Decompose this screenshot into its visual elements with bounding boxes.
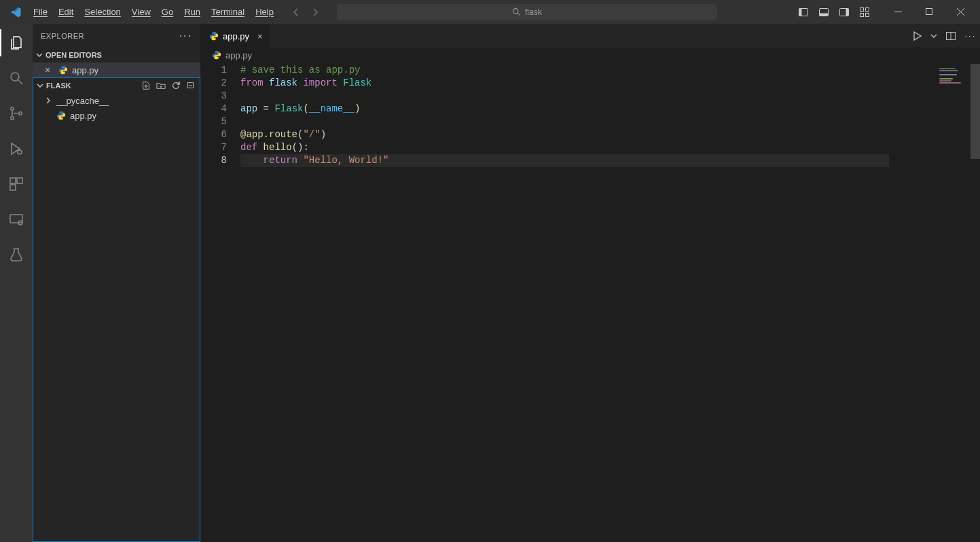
- activity-source-control[interactable]: [0, 100, 33, 127]
- tree-item-label: __pycache__: [56, 96, 109, 106]
- breadcrumbs[interactable]: app.py: [201, 48, 980, 62]
- svg-rect-7: [846, 8, 849, 16]
- new-folder-icon[interactable]: [156, 81, 166, 90]
- window-close-button[interactable]: [945, 0, 976, 24]
- menu-view[interactable]: View: [127, 4, 156, 20]
- open-editor-item[interactable]: × app.py: [33, 62, 200, 77]
- command-center-search[interactable]: flask: [337, 4, 717, 20]
- tree-file-app[interactable]: app.py: [33, 108, 200, 123]
- tab-label: app.py: [223, 31, 249, 41]
- svg-point-19: [11, 117, 14, 120]
- folder-name: FLASK: [46, 82, 71, 90]
- svg-rect-23: [17, 178, 22, 183]
- new-file-icon[interactable]: [141, 81, 151, 90]
- folder-header[interactable]: FLASK: [33, 78, 200, 93]
- close-icon[interactable]: ×: [45, 65, 54, 75]
- breadcrumb-file: app.py: [225, 50, 252, 60]
- svg-rect-25: [10, 215, 22, 223]
- customize-layout-icon[interactable]: [859, 7, 870, 18]
- minimap-preview: [939, 68, 966, 84]
- activity-run-debug[interactable]: [0, 135, 33, 162]
- tree-folder-pycache[interactable]: __pycache__: [33, 93, 200, 108]
- run-dropdown-icon[interactable]: [930, 33, 937, 39]
- chevron-down-icon: [35, 51, 43, 59]
- menu-selection[interactable]: Selection: [79, 4, 125, 20]
- vscode-logo-icon: [8, 5, 23, 20]
- line-number-gutter: 1 2 3 4 5 6 7 8: [201, 62, 240, 542]
- search-text: flask: [525, 7, 542, 17]
- layout-panel-icon[interactable]: [818, 7, 829, 18]
- menu-edit[interactable]: Edit: [54, 4, 78, 20]
- chevron-down-icon: [36, 82, 44, 90]
- open-editor-filename: app.py: [72, 65, 98, 75]
- chevron-right-icon: [44, 96, 52, 105]
- open-editors-label: OPEN EDITORS: [46, 51, 102, 59]
- python-file-icon: [58, 65, 68, 75]
- layout-sidebar-left-icon[interactable]: [798, 7, 809, 18]
- minimap[interactable]: [889, 62, 970, 542]
- explorer-more-icon[interactable]: ···: [179, 30, 192, 42]
- svg-point-0: [513, 9, 518, 14]
- menu-bar: File Edit Selection View Go Run Terminal…: [29, 4, 278, 20]
- editor-scrollbar[interactable]: [970, 62, 980, 542]
- svg-rect-11: [866, 13, 869, 16]
- svg-line-17: [18, 80, 22, 84]
- menu-terminal[interactable]: Terminal: [206, 4, 249, 20]
- activity-search[interactable]: [0, 65, 33, 92]
- svg-point-20: [19, 112, 22, 115]
- window-minimize-button[interactable]: [882, 0, 913, 24]
- activity-bar: [0, 24, 33, 542]
- menu-help[interactable]: Help: [251, 4, 278, 20]
- close-icon[interactable]: ×: [257, 31, 263, 41]
- svg-rect-5: [820, 13, 829, 16]
- python-file-icon: [212, 50, 221, 60]
- code-area[interactable]: # save this as app.py from flask import …: [240, 62, 889, 542]
- svg-rect-24: [10, 185, 16, 190]
- svg-rect-22: [10, 178, 16, 183]
- nav-back-icon[interactable]: [292, 7, 303, 18]
- activity-explorer[interactable]: [0, 29, 33, 56]
- tab-bar: app.py × ···: [201, 24, 980, 48]
- svg-rect-13: [926, 9, 932, 15]
- split-editor-icon[interactable]: [945, 31, 956, 41]
- editor-body[interactable]: 1 2 3 4 5 6 7 8 # save this as app.py fr…: [201, 62, 980, 542]
- editor-group: app.py × ··· app.py 1 2 3 4 5: [201, 24, 980, 542]
- activity-remote[interactable]: [0, 206, 33, 233]
- nav-forward-icon[interactable]: [310, 7, 321, 18]
- svg-rect-8: [860, 7, 864, 11]
- explorer-sidebar: EXPLORER ··· OPEN EDITORS × app.py FLASK: [33, 24, 201, 542]
- tree-item-label: app.py: [70, 111, 96, 121]
- collapse-all-icon[interactable]: [186, 81, 196, 90]
- svg-point-18: [11, 107, 14, 110]
- svg-rect-9: [866, 7, 869, 11]
- explorer-title: EXPLORER: [41, 32, 84, 40]
- titlebar: File Edit Selection View Go Run Terminal…: [0, 0, 980, 24]
- tab-app-py[interactable]: app.py ×: [201, 24, 270, 48]
- layout-sidebar-right-icon[interactable]: [839, 7, 850, 18]
- refresh-icon[interactable]: [171, 81, 181, 90]
- window-maximize-button[interactable]: [913, 0, 945, 24]
- menu-go[interactable]: Go: [157, 4, 178, 20]
- more-actions-icon[interactable]: ···: [964, 31, 976, 41]
- menu-run[interactable]: Run: [179, 4, 205, 20]
- activity-extensions[interactable]: [0, 170, 33, 198]
- open-editors-header[interactable]: OPEN EDITORS: [33, 48, 200, 62]
- scrollbar-thumb[interactable]: [970, 64, 980, 159]
- svg-line-1: [518, 13, 520, 15]
- run-icon[interactable]: [911, 31, 922, 41]
- svg-point-16: [11, 73, 19, 81]
- svg-rect-3: [799, 8, 802, 16]
- python-file-icon: [56, 111, 66, 120]
- svg-rect-10: [860, 13, 864, 16]
- menu-file[interactable]: File: [29, 4, 52, 20]
- python-file-icon: [209, 31, 219, 41]
- activity-testing[interactable]: [0, 241, 33, 268]
- search-icon: [512, 7, 521, 16]
- svg-point-21: [18, 150, 22, 154]
